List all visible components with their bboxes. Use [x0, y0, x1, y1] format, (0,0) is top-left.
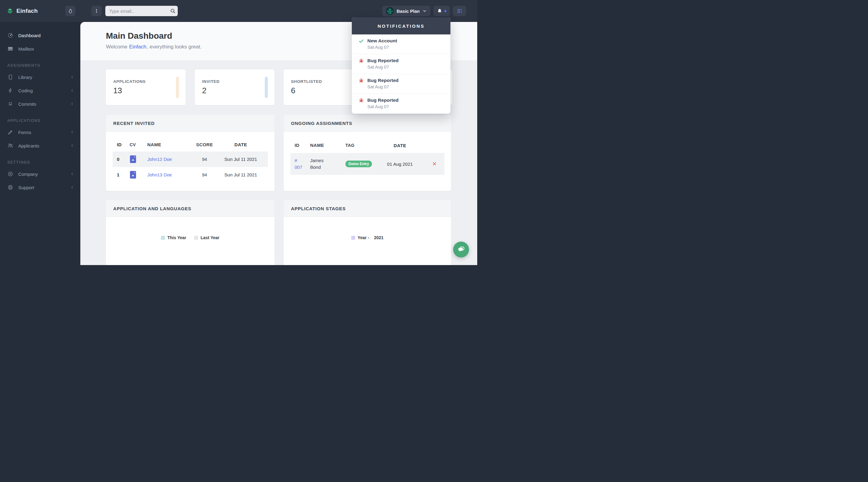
chevron-left-icon [70, 185, 74, 190]
pdf-icon[interactable] [130, 171, 147, 179]
col-name: NAME [147, 142, 195, 147]
legend-label: Last Year [200, 235, 219, 240]
notifications-title: NOTIFICATIONS [352, 17, 451, 34]
mailbox-icon [7, 46, 13, 52]
people-icon [7, 143, 13, 149]
sidebar-item-label: Mailbox [18, 46, 74, 52]
assignment-id-link[interactable]: # 007 [290, 157, 310, 171]
sidebar-item-mailbox[interactable]: Mailbox [0, 42, 80, 55]
tables-row: RECENT INVITED ID CV NAME SCORE DATE 0 J… [106, 115, 452, 191]
kebab-menu-button[interactable] [91, 6, 102, 16]
legend-item[interactable]: Last Year [194, 235, 219, 240]
book-icon [7, 74, 13, 80]
topbar-right: 00 01011 101 Basic Plan [382, 6, 466, 16]
stat-card-applications: APPLICATIONS 13 [106, 69, 186, 105]
legend-label: This Year [167, 235, 186, 240]
notification-date: Sat Aug 07 [367, 45, 397, 50]
notification-item[interactable]: New Account Sat Aug 07 [352, 34, 451, 54]
dashboard-icon [7, 32, 13, 38]
notification-date: Sat Aug 07 [367, 104, 398, 109]
unread-dot [444, 10, 446, 12]
table-header: ID CV NAME SCORE DATE [113, 142, 268, 147]
sidebar-item-label: Support [18, 185, 65, 190]
legend-item[interactable]: This Year [161, 235, 186, 240]
close-icon [432, 162, 437, 166]
sidebar-item-library[interactable]: Library [0, 70, 80, 84]
stat-label: APPLICATIONS [113, 79, 146, 84]
application-languages-panel: APPLICATION AND LANGUAGES This Year Last… [106, 200, 275, 265]
notification-title: New Account [367, 38, 397, 44]
table-row: 0 John12 Doe 94 Sun Jul 11 2021 [113, 151, 268, 167]
octocat-icon [7, 101, 13, 107]
sidebar-nav: Dashboard Mailbox ASSIGNMENTS Library [0, 22, 80, 194]
sidebar-item-label: Forms [18, 130, 65, 135]
legend-swatch [351, 236, 355, 240]
legend-item[interactable]: Year - 2021 [351, 235, 383, 240]
sidebar-item-label: Applicants [18, 143, 65, 148]
disc-icon [7, 171, 13, 177]
theme-droplet-button[interactable] [65, 6, 75, 16]
stat-label: INVITED [202, 79, 219, 84]
welcome-name[interactable]: Einfach [129, 44, 146, 50]
bug-icon [359, 78, 364, 84]
cell-date: Sun Jul 11 2021 [214, 172, 268, 177]
search-icon[interactable] [170, 8, 176, 14]
table-row: 1 John13 Doe 94 Sun Jul 11 2021 [113, 167, 268, 182]
tag-badge: Demo Entry [345, 161, 372, 167]
pdf-icon[interactable] [130, 155, 147, 163]
notification-item[interactable]: Bug Reported Sat Aug 07 [352, 94, 451, 114]
search-box [105, 6, 178, 16]
stat-card-shortlisted: SHORTLISTED 6 [284, 69, 363, 105]
applicant-link[interactable]: John13 Doe [147, 172, 172, 177]
lightning-icon [7, 87, 13, 93]
sidebar-item-support[interactable]: Support [0, 181, 80, 194]
col-tag: TAG [345, 143, 377, 148]
ongoing-assignments-panel: ONGOING ASSIGNMENTS ID NAME TAG DATE # 0… [284, 115, 451, 191]
legend-swatch [161, 236, 165, 240]
sidebar-item-forms[interactable]: Forms [0, 125, 80, 139]
delete-assignment-button[interactable] [432, 162, 437, 166]
legend-year: 2021 [374, 235, 383, 240]
cell-tag: Demo Entry [345, 161, 377, 167]
notification-item[interactable]: Bug Reported Sat Aug 07 [352, 74, 451, 94]
chevron-left-icon [70, 88, 74, 93]
col-date: DATE [214, 142, 268, 147]
notification-date: Sat Aug 07 [367, 84, 398, 89]
sidebar-item-coding[interactable]: Coding [0, 84, 80, 97]
notifications-dropdown: NOTIFICATIONS New Account Sat Aug 07 Bug… [352, 17, 451, 114]
avatar: 00 01011 101 [386, 7, 394, 15]
sidebar-item-dashboard[interactable]: Dashboard [0, 29, 80, 42]
notification-item[interactable]: Bug Reported Sat Aug 07 [352, 54, 451, 74]
sidebar-item-label: Commits [18, 102, 65, 107]
sidebar-item-label: Dashboard [18, 33, 74, 38]
applicant-link[interactable]: John12 Doe [147, 157, 172, 162]
cell-date: 01 Aug 2021 [377, 162, 423, 167]
recent-invited-panel: RECENT INVITED ID CV NAME SCORE DATE 0 J… [106, 115, 275, 191]
sidebar-item-applicants[interactable]: Applicants [0, 139, 80, 152]
stat-card-invited: INVITED 2 [195, 69, 275, 105]
chevron-left-icon [70, 143, 74, 148]
notifications-bell-button[interactable] [433, 6, 450, 16]
chevron-left-icon [70, 130, 74, 134]
legend-swatch [194, 236, 198, 240]
sidebar-section-applications: APPLICATIONS [0, 118, 80, 123]
notification-title: Bug Reported [367, 97, 398, 103]
stat-label: SHORTLISTED [291, 79, 322, 84]
col-id: ID [290, 142, 310, 149]
plan-dropdown-button[interactable]: 00 01011 101 Basic Plan [382, 6, 430, 16]
brand-logo[interactable]: Einfach [7, 8, 65, 14]
kebab-icon [94, 8, 99, 14]
sidebar-item-company[interactable]: Company [0, 167, 80, 181]
search-input[interactable] [109, 8, 170, 14]
col-name: NAME [310, 142, 345, 149]
sidebar-item-commits[interactable]: Commits [0, 97, 80, 111]
apps-list-button[interactable] [453, 6, 466, 16]
legend-label: Year - [358, 235, 369, 240]
notification-title: Bug Reported [367, 77, 398, 84]
chat-launcher-button[interactable] [453, 242, 469, 257]
chevron-left-icon [70, 102, 74, 106]
sidebar-item-label: Coding [18, 88, 65, 93]
stat-value: 6 [291, 86, 295, 95]
col-cv: CV [130, 142, 147, 147]
plan-label: Basic Plan [397, 8, 420, 14]
